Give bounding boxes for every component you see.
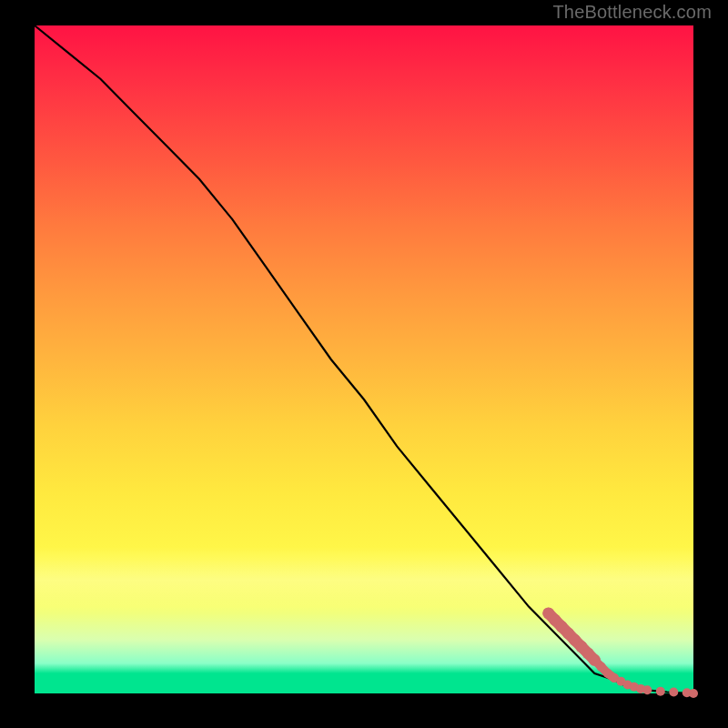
svg-point-26 [656,687,665,696]
curve-line [35,25,693,693]
plot-area [35,25,693,693]
svg-point-29 [689,689,698,698]
chart-overlay [35,25,693,693]
attribution-text: TheBottleneck.com [552,2,712,23]
chart-container: TheBottleneck.com [0,0,728,728]
svg-point-27 [669,688,678,697]
svg-line-20 [608,673,614,678]
tail-markers [542,607,698,698]
svg-point-25 [642,685,652,694]
